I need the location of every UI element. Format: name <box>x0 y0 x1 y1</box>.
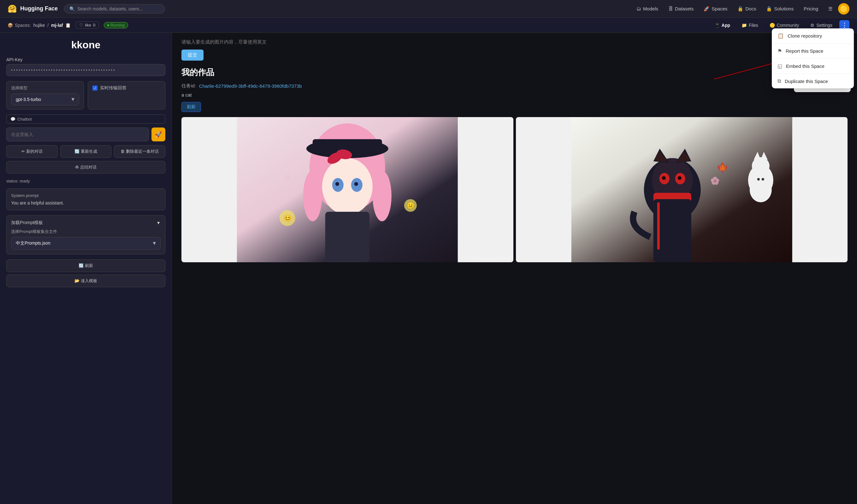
chatbot-label: 💬 Chatbot <box>6 115 165 124</box>
logo[interactable]: 🤗 Hugging Face <box>7 4 58 13</box>
prompt-template-group: 加载Prompt模板 ▼ 选择Prompt模板集合文件 中文Prompts.js… <box>6 215 165 254</box>
search-bar[interactable]: 🔍 Search models, datasets, users... <box>64 4 165 14</box>
tab-app[interactable]: 📱 App <box>710 21 735 30</box>
submit-button[interactable]: 提交 <box>182 50 203 61</box>
chat-input[interactable] <box>6 128 149 141</box>
embed-icon: ◱ <box>777 63 782 69</box>
api-key-input[interactable] <box>6 64 165 76</box>
duplicate-space-item[interactable]: ⧉ Duplicate this Space <box>772 74 854 88</box>
running-dot <box>107 24 109 26</box>
docs-icon: 🔒 <box>737 6 743 12</box>
chevron-down-icon: ▼ <box>70 97 75 102</box>
svg-text:🌸: 🌸 <box>710 176 719 185</box>
refresh-button[interactable]: 🔄 刷新 <box>6 259 165 272</box>
system-prompt-value: You are a helpful assistant. <box>11 200 161 205</box>
system-prompt-group: System prompt You are a helpful assistan… <box>6 188 165 210</box>
embed-space-item[interactable]: ◱ Embed this Space <box>772 59 854 74</box>
models-icon: 🗂 <box>636 6 641 11</box>
summarize-button[interactable]: ♻ 总结对话 <box>6 161 165 173</box>
duplicate-label: Duplicate this Space <box>785 79 828 84</box>
spaces-label-text: Spaces: <box>15 23 31 28</box>
svg-rect-4 <box>313 139 382 152</box>
svg-text:😊: 😊 <box>284 214 291 222</box>
nav-docs[interactable]: 🔒 Docs <box>733 4 760 14</box>
anime-image-2: 🍁 🌸 <box>516 117 848 262</box>
datasets-icon: 🗄 <box>668 6 673 11</box>
embed-label: Embed this Space <box>786 64 824 69</box>
copy-icon[interactable]: 📋 <box>65 23 71 28</box>
prompt-file-select[interactable]: 中文Prompts.json <box>11 237 161 250</box>
report-label: Report this Space <box>786 48 823 54</box>
duplicate-icon: ⧉ <box>777 78 781 84</box>
nav-more[interactable]: ☰ <box>824 4 837 14</box>
delete-button[interactable]: 🗑 删除最近一条对话 <box>114 145 165 158</box>
running-badge: Running <box>104 22 128 29</box>
clone-icon: 📋 <box>777 33 784 39</box>
svg-text:😐: 😐 <box>407 202 415 209</box>
heart-icon: ♡ <box>79 23 83 28</box>
search-placeholder: Search models, datasets, users... <box>77 6 143 11</box>
realtime-checkbox[interactable]: ✓ 实时传输回答 <box>93 85 161 91</box>
right-panel: 请输入要生成的图片内容，尽量使用英文 提交 我的作品 任务id: Charlie… <box>172 33 857 504</box>
like-button[interactable]: ♡ like 0 <box>76 21 99 29</box>
breadcrumb: 📦 Spaces: hujike / mj-laf 📋 <box>7 23 71 28</box>
svg-point-11 <box>373 171 391 221</box>
model-select-group: 选择模型 gpt-3.5-turbo ▼ <box>6 81 84 110</box>
svg-rect-37 <box>657 202 659 250</box>
app-icon: 📱 <box>715 23 720 28</box>
user-avatar[interactable]: 🟡 <box>838 3 850 15</box>
search-icon: 🔍 <box>69 6 75 11</box>
like-label: like <box>85 23 91 28</box>
image-1: 😊 😐 ♡ ♡ ©ON @weixin_64911575 <box>182 117 514 262</box>
svg-rect-9 <box>325 212 369 262</box>
breadcrumb-user[interactable]: hujike <box>33 23 45 28</box>
new-chat-button[interactable]: ✏ 新的对话 <box>6 145 58 158</box>
nav-datasets[interactable]: 🗄 Datasets <box>664 4 698 13</box>
send-icon: 🚀 <box>155 131 162 138</box>
svg-point-2 <box>322 158 373 215</box>
collapse-icon[interactable]: ▼ <box>156 220 161 225</box>
nav-links: 🗂 Models 🗄 Datasets 🚀 Spaces 🔒 Docs 🔒 So… <box>632 3 850 15</box>
model-select[interactable]: gpt-3.5-turbo <box>11 94 79 105</box>
prompt-file-select-wrapper: 中文Prompts.json ▼ <box>11 237 161 250</box>
community-icon: 🟡 <box>770 23 775 28</box>
svg-point-22 <box>752 157 769 175</box>
sub-navigation: 📦 Spaces: hujike / mj-laf 📋 ♡ like 0 Run… <box>0 18 857 33</box>
top-navigation: 🤗 Hugging Face 🔍 Search models, datasets… <box>0 0 857 18</box>
realtime-label: 实时传输回答 <box>100 85 127 91</box>
svg-text:♡: ♡ <box>388 157 396 166</box>
send-button[interactable]: 🚀 <box>151 128 165 141</box>
app-name: Hugging Face <box>20 5 58 12</box>
image-gen-input[interactable]: 请输入要生成的图片内容，尽量使用英文 <box>182 39 847 45</box>
system-prompt-title: System prompt <box>11 193 161 198</box>
anime-image-1: 😊 😐 ♡ ♡ <box>182 117 514 262</box>
logo-icon: 🤗 <box>7 4 17 13</box>
refresh-works-button[interactable]: 刷新 <box>182 102 201 112</box>
read-template-button[interactable]: 📂 读入模板 <box>6 274 165 287</box>
prompt-template-sub: 选择Prompt模板集合文件 <box>11 229 161 234</box>
tab-files[interactable]: 📁 Files <box>737 21 763 30</box>
solutions-icon: 🔒 <box>766 6 772 12</box>
menu-icon: ☰ <box>828 6 833 12</box>
spaces-icon: 🚀 <box>704 6 710 12</box>
left-panel: kkone API-Key 选择模型 gpt-3.5-turbo ▼ ✓ 实时传… <box>0 33 172 504</box>
prompt-template-title: 加载Prompt模板 <box>11 220 43 226</box>
api-key-group: API-Key <box>6 57 165 76</box>
breadcrumb-repo[interactable]: mj-laf <box>51 23 63 28</box>
clone-repository-item[interactable]: 📋 Clone repository <box>772 29 854 44</box>
regenerate-button[interactable]: 🔄 重新生成 <box>60 145 112 158</box>
nav-pricing[interactable]: Pricing <box>799 4 823 13</box>
report-space-item[interactable]: ⚑ Report this Space <box>772 44 854 59</box>
task-id-value[interactable]: Charlie-62799ed9-3bff-49dc-8479-3960fdb7… <box>199 83 302 89</box>
nav-spaces[interactable]: 🚀 Spaces <box>699 4 732 14</box>
nav-solutions[interactable]: 🔒 Solutions <box>762 4 798 14</box>
watermark: ©ON @weixin_64911575 <box>471 256 510 261</box>
svg-point-8 <box>354 182 358 186</box>
svg-text:🍁: 🍁 <box>716 162 728 173</box>
nav-models[interactable]: 🗂 Models <box>632 4 662 13</box>
svg-point-29 <box>662 176 666 180</box>
main-content: kkone API-Key 选择模型 gpt-3.5-turbo ▼ ✓ 实时传… <box>0 33 857 504</box>
watermark-2: ©ON @weixin_64911575 <box>805 256 844 261</box>
chat-icon: 💬 <box>11 117 15 121</box>
dropdown-menu: 📋 Clone repository ⚑ Report this Space ◱… <box>772 29 854 88</box>
